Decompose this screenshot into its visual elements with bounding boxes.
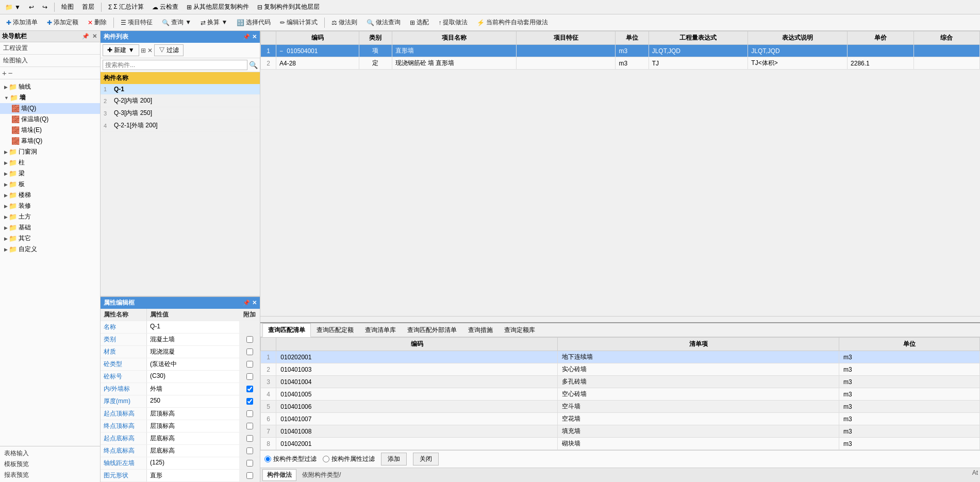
bottom-subtab-comp-method[interactable]: 构件做法 xyxy=(262,469,296,481)
sidebar-item-beam[interactable]: 📁 梁 xyxy=(0,168,100,179)
col-toggle[interactable] xyxy=(4,160,8,165)
sidebar-item-earthwork[interactable]: 📁 土方 xyxy=(0,211,100,222)
sidebar-item-column[interactable]: 📁 柱 xyxy=(0,157,100,168)
delete-comp-btn[interactable]: ✕ xyxy=(147,47,153,54)
axis-toggle[interactable] xyxy=(4,84,8,90)
first-floor-btn[interactable]: 首层 xyxy=(79,2,97,12)
select-match-btn[interactable]: ⊞ 选配 xyxy=(406,16,433,28)
stair-toggle[interactable] xyxy=(4,192,8,198)
engine-setup-link[interactable]: 工程设置 xyxy=(0,42,100,55)
comp-list-close-btn[interactable]: ✕ xyxy=(252,34,257,40)
sidebar-item-wall-q[interactable]: 🧱 墙(Q) xyxy=(0,103,100,114)
add-quota-btn[interactable]: ✚ 添加定额 xyxy=(43,16,82,28)
prop-et-checkbox[interactable] xyxy=(246,423,253,429)
prop-shape-check[interactable] xyxy=(239,470,260,481)
prop-st-check[interactable] xyxy=(239,408,260,420)
prop-walltag-check[interactable] xyxy=(239,383,260,395)
comp-row-3[interactable]: 3 Q-3[内墙 250] xyxy=(101,107,260,120)
sidebar-item-slab[interactable]: 📁 板 xyxy=(0,179,100,190)
sidebar-item-insulation-wall[interactable]: 🧱 保温墙(Q) xyxy=(0,114,100,125)
sidebar-item-door-window[interactable]: 📁 门窗洞 xyxy=(0,146,100,157)
bottom-table-wrapper[interactable]: 编码 清单项 单位 1 010202001 地下连续墙 m3 2 0104010… xyxy=(260,337,980,450)
sidebar-item-other[interactable]: 📁 其它 xyxy=(0,233,100,244)
filter-by-prop-label[interactable]: 按构件属性过滤 xyxy=(323,455,375,463)
copy-comp-btn[interactable]: ⊞ xyxy=(141,47,146,54)
prop-eb-value[interactable]: 层底标高 xyxy=(147,445,239,457)
delete-btn[interactable]: ✕ 删除 xyxy=(84,16,111,28)
sidebar-item-custom[interactable]: 📁 自定义 xyxy=(0,244,100,255)
drawing-input-link[interactable]: 绘图输入 xyxy=(0,55,100,67)
prop-et-check[interactable] xyxy=(239,420,260,432)
table-row-1[interactable]: 1 − 010504001 项 直形墙 m3 JLQT,JQD JLQT,JQD xyxy=(261,45,980,57)
prop-mat-check[interactable] xyxy=(239,346,260,358)
prop-st-checkbox[interactable] xyxy=(246,410,253,417)
prop-thick-value[interactable]: 250 xyxy=(147,395,239,407)
sidebar-pin-btn[interactable]: 📌 xyxy=(81,33,90,40)
prop-walltag-checkbox[interactable] xyxy=(246,386,253,392)
sidebar-item-wall[interactable]: 📁 墙 xyxy=(0,92,100,103)
search-input[interactable] xyxy=(103,60,247,70)
bottom-tab-query-quota-db[interactable]: 查询定额库 xyxy=(499,323,541,337)
sidebar-remove-btn[interactable]: − xyxy=(8,69,13,77)
prop-sb-check[interactable] xyxy=(239,433,260,444)
prop-eb-check[interactable] xyxy=(239,445,260,457)
prop-grade-check[interactable] xyxy=(239,371,260,383)
bottom-table-row[interactable]: 8 010402001 砌块墙 m3 xyxy=(261,438,980,450)
bottom-tab-query-external[interactable]: 查询匹配外部清单 xyxy=(402,323,462,337)
filter-comp-btn[interactable]: ▽ 过滤 xyxy=(154,44,184,56)
add-btn[interactable]: 添加 xyxy=(381,453,407,466)
sidebar-item-axis[interactable]: 📁 轴线 xyxy=(0,81,100,92)
prop-st-value[interactable]: 层顶标高 xyxy=(147,408,239,420)
bottom-table-row[interactable]: 4 010401005 空心砖墙 m3 xyxy=(261,388,980,401)
copy-to-btn[interactable]: ⊟ 复制构件到其他层层 xyxy=(254,2,323,12)
filter-by-type-radio[interactable] xyxy=(264,456,271,462)
door-toggle[interactable] xyxy=(4,149,8,155)
prop-conc-type-check[interactable] xyxy=(239,358,260,370)
comp-row-4[interactable]: 4 Q-2-1[外墙 200] xyxy=(101,120,260,132)
bottom-subtab-dep-comp-type[interactable]: 依附构件类型/ xyxy=(297,469,345,481)
method-query-btn[interactable]: 🔍 做法查询 xyxy=(362,16,405,28)
prop-walltag-value[interactable]: 外墙 xyxy=(147,383,239,395)
cloud-check-btn[interactable]: ☁ 云检查 xyxy=(149,2,181,12)
sidebar-add-btn[interactable]: + xyxy=(2,69,7,77)
file-menu-btn[interactable]: 📁▼ xyxy=(2,3,24,12)
bottom-tab-query-match-quota[interactable]: 查询匹配定额 xyxy=(311,323,359,337)
main-hscroll[interactable] xyxy=(260,316,980,322)
prop-shape-value[interactable]: 直形 xyxy=(147,470,239,481)
bottom-tab-query-match-list[interactable]: 查询匹配清单 xyxy=(262,323,311,337)
query-btn[interactable]: 🔍 查询 ▼ xyxy=(158,16,195,28)
filter-by-prop-radio[interactable] xyxy=(323,456,329,462)
prop-sb-checkbox[interactable] xyxy=(246,435,253,442)
prop-ad-value[interactable]: (125) xyxy=(147,457,239,469)
draw-btn[interactable]: 绘图 xyxy=(58,2,77,12)
new-comp-btn[interactable]: ✚ 新建 ▼ xyxy=(103,44,139,56)
prop-ad-checkbox[interactable] xyxy=(246,460,253,467)
filter-by-type-label[interactable]: 按构件类型过滤 xyxy=(264,455,317,463)
deco-toggle[interactable] xyxy=(4,203,8,209)
table-row-2[interactable]: 2 A4-28 定 现浇钢筋砼 墙 直形墙 m3 TJ TJ<体积> 2286.… xyxy=(261,57,980,70)
beam-toggle[interactable] xyxy=(4,171,8,176)
redo-btn[interactable]: ↪ xyxy=(39,3,51,12)
prop-mat-checkbox[interactable] xyxy=(246,348,253,355)
bottom-table-row[interactable]: 6 010401007 空花墙 m3 xyxy=(261,413,980,425)
sidebar-item-wall-pier[interactable]: 🧱 墙垛(E) xyxy=(0,125,100,136)
copy-from-btn[interactable]: ⊞ 从其他层层复制构件 xyxy=(184,2,252,12)
wall-toggle[interactable] xyxy=(4,95,9,101)
prop-conc-type-value[interactable]: (泵送砼中 xyxy=(147,358,239,370)
sidebar-item-foundation[interactable]: 📁 基础 xyxy=(0,222,100,233)
bottom-table-row[interactable]: 1 010202001 地下连续墙 m3 xyxy=(261,351,980,363)
bottom-tab-query-list-db[interactable]: 查询清单库 xyxy=(359,323,402,337)
prop-name-value[interactable]: Q-1 xyxy=(147,321,239,333)
bottom-table-row[interactable]: 2 010401003 实心砖墙 m3 xyxy=(261,363,980,376)
prop-sb-value[interactable]: 层底标高 xyxy=(147,433,239,444)
comp-list-pin-btn[interactable]: 📌 xyxy=(243,34,250,40)
method-rule-btn[interactable]: ⚖ 做法则 xyxy=(327,16,361,28)
prop-grade-checkbox[interactable] xyxy=(246,373,253,380)
sidebar-item-stair[interactable]: 📁 楼梯 xyxy=(0,190,100,201)
comp-row-2[interactable]: 2 Q-2[内墙 200] xyxy=(101,95,260,107)
custom-toggle[interactable] xyxy=(4,246,8,252)
sum-calc-btn[interactable]: Σ Σ 汇总计算 xyxy=(105,2,147,12)
prop-eb-checkbox[interactable] xyxy=(246,447,253,454)
prop-cat-value[interactable]: 混凝土墙 xyxy=(147,334,239,345)
prop-cat-check[interactable] xyxy=(239,334,260,345)
